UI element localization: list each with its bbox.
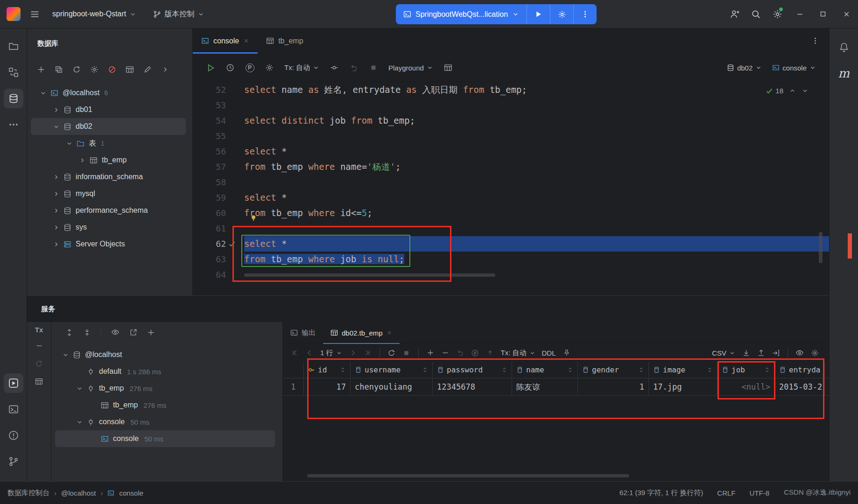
- grid-cell-job[interactable]: <null>: [717, 378, 775, 395]
- tab-db02-tb-emp[interactable]: db02.tb_emp: [323, 322, 400, 343]
- grid-cell-entryda[interactable]: 2015-03-2: [775, 378, 825, 395]
- project-toolwindow-button[interactable]: [4, 36, 23, 56]
- console-settings-button[interactable]: [262, 60, 277, 75]
- column-header-name[interactable]: name: [512, 362, 578, 378]
- import-data-button[interactable]: [739, 346, 753, 359]
- tx-mode-selector[interactable]: Tx: 自动: [281, 62, 322, 74]
- intention-bulb-icon[interactable]: [250, 214, 257, 222]
- more-toolwindows-button[interactable]: [4, 115, 23, 134]
- export-format-selector[interactable]: CSV: [709, 347, 738, 359]
- statusbar-breadcrumb[interactable]: 数据库控制台 @localhost console: [7, 489, 143, 497]
- column-header-id[interactable]: id: [304, 362, 351, 378]
- open-in-new-button[interactable]: [126, 325, 141, 340]
- grid-cell-image[interactable]: 17.jpg: [649, 378, 717, 395]
- jump-to-console-button[interactable]: [122, 62, 137, 77]
- main-menu-button[interactable]: [27, 7, 42, 21]
- code-line[interactable]: select distinct job from tb_emp;: [244, 113, 829, 128]
- code-line[interactable]: from tb_emp where job is null;: [244, 252, 829, 267]
- column-header-image[interactable]: image: [649, 362, 717, 378]
- pin-tab-button[interactable]: [560, 346, 574, 359]
- reload-page-button[interactable]: [385, 346, 399, 359]
- code-line[interactable]: select *: [244, 190, 829, 205]
- add-user-button[interactable]: [724, 0, 745, 28]
- code-line[interactable]: [244, 98, 829, 113]
- grid-cell-name[interactable]: 陈友谅: [512, 378, 578, 395]
- chevron-right-icon[interactable]: [50, 241, 62, 248]
- db-tree-item[interactable]: sys: [31, 219, 186, 236]
- code-line[interactable]: from tb_emp where id<=5;: [244, 205, 829, 221]
- services-tree-item[interactable]: tb_emp 276 ms: [55, 380, 275, 397]
- db-tree-item[interactable]: tb_emp: [31, 152, 186, 168]
- caret-position[interactable]: 62:1 (39 字符, 1 行 换行符): [619, 489, 703, 497]
- db-tree-item[interactable]: db01: [31, 101, 186, 118]
- edit-button[interactable]: [140, 62, 155, 77]
- code-line[interactable]: select *: [244, 144, 829, 159]
- debug-button[interactable]: [550, 4, 573, 24]
- db-tree-item[interactable]: 表 1: [31, 135, 186, 152]
- close-tab-icon[interactable]: [387, 330, 392, 336]
- inspections-widget[interactable]: 18: [766, 87, 809, 95]
- vcs-toolwindow-button[interactable]: [4, 452, 23, 471]
- previous-page-button[interactable]: [302, 346, 316, 359]
- add-row-button[interactable]: [423, 346, 437, 359]
- run-more-button[interactable]: [573, 4, 597, 24]
- vertical-scrollbar[interactable]: [819, 232, 823, 263]
- rollback-button[interactable]: [346, 60, 361, 75]
- grid-cell-username[interactable]: chenyouliang: [351, 378, 433, 395]
- grid-cell-id[interactable]: 17: [304, 378, 351, 395]
- collapse-strip-button[interactable]: [32, 340, 47, 351]
- tx-mode-selector[interactable]: Tx: 自动: [498, 347, 538, 359]
- session-selector[interactable]: console: [769, 62, 819, 74]
- code-area[interactable]: select name as 姓名, entrydate as 入职日期 fro…: [244, 82, 829, 295]
- code-line[interactable]: [244, 175, 829, 190]
- line-separator-selector[interactable]: CRLF: [717, 489, 735, 497]
- editor-body[interactable]: 52 53 54 55 56 57 58 59 60 61 62 63: [193, 82, 829, 295]
- services-tree-item[interactable]: @localhost: [55, 346, 275, 363]
- next-problem-icon[interactable]: [802, 87, 809, 94]
- duplicate-button[interactable]: [51, 62, 66, 77]
- notifications-button[interactable]: [834, 37, 854, 57]
- close-tab-icon[interactable]: [243, 38, 249, 44]
- grid-view-options-button[interactable]: [793, 346, 807, 359]
- code-line[interactable]: from tb_emp where name='杨道';: [244, 159, 829, 175]
- services-tree-item[interactable]: tb_emp 276 ms: [55, 397, 275, 413]
- column-header-entryda[interactable]: entryda: [775, 362, 825, 378]
- tab-output[interactable]: 输出: [283, 322, 323, 343]
- tab-tb-emp[interactable]: tb_emp: [258, 28, 311, 53]
- code-line[interactable]: select name as 姓名, entrydate as 入职日期 fro…: [244, 82, 829, 98]
- run-config-selector[interactable]: SpringbootWebQst...lication: [396, 4, 527, 24]
- grid-cell-password[interactable]: 12345678: [433, 378, 512, 395]
- db-tree-item[interactable]: @localhost 6: [31, 84, 186, 101]
- chevron-right-icon[interactable]: [50, 174, 62, 181]
- chevron-right-icon[interactable]: [50, 106, 62, 113]
- chevron-right-icon[interactable]: [50, 207, 62, 214]
- services-tree-item[interactable]: default 1 s 286 ms: [55, 363, 275, 380]
- column-header-username[interactable]: username: [351, 362, 433, 378]
- horizontal-scrollbar[interactable]: [244, 273, 495, 277]
- stop-query-button[interactable]: [400, 346, 414, 359]
- revert-button[interactable]: [453, 346, 467, 359]
- grid-settings-button[interactable]: [808, 346, 822, 359]
- services-tree-item[interactable]: console 50 ms: [55, 413, 275, 430]
- datasource-properties-button[interactable]: [87, 62, 102, 77]
- settings-button[interactable]: [767, 0, 788, 28]
- tabs-options-button[interactable]: [808, 34, 823, 49]
- stop-button[interactable]: [366, 60, 381, 75]
- search-button[interactable]: [745, 0, 767, 28]
- db-tree-item[interactable]: information_schema: [31, 168, 186, 185]
- expand-all-button[interactable]: [62, 325, 77, 340]
- breadcrumb-console[interactable]: console: [119, 489, 143, 497]
- ddl-button[interactable]: DDL: [539, 347, 559, 359]
- problems-toolwindow-button[interactable]: [4, 426, 23, 445]
- playground-selector[interactable]: Playground: [386, 62, 436, 74]
- browse-tables-button[interactable]: [441, 60, 456, 75]
- page-size-selector[interactable]: 1 行: [317, 347, 345, 359]
- code-line[interactable]: [244, 221, 829, 236]
- terminal-toolwindow-button[interactable]: [4, 399, 23, 419]
- chevron-down-icon[interactable]: [74, 385, 85, 392]
- prev-problem-icon[interactable]: [789, 87, 796, 94]
- chevron-down-icon[interactable]: [63, 140, 75, 147]
- collapse-all-button[interactable]: [79, 325, 94, 340]
- code-line[interactable]: select *: [244, 236, 829, 252]
- breadcrumb-host[interactable]: @localhost: [61, 489, 96, 497]
